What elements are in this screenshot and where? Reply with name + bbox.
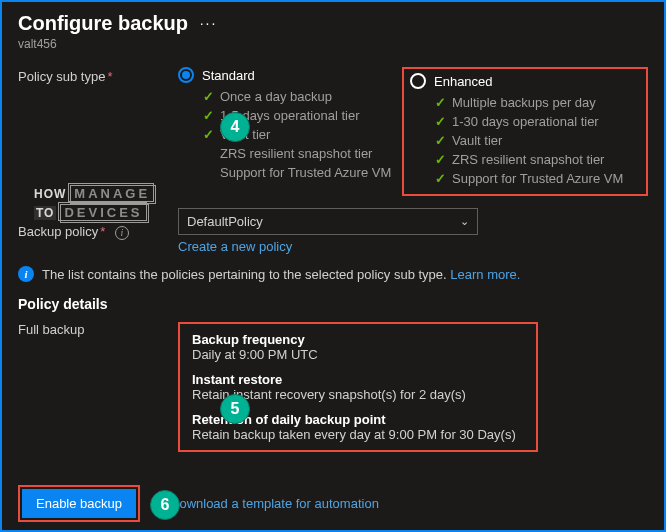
callout-step-5: 5 xyxy=(220,394,250,424)
enable-backup-button[interactable]: Enable backup xyxy=(22,489,136,518)
callout-step-4: 4 xyxy=(220,112,250,142)
check-icon: ✓ xyxy=(434,152,446,167)
learn-more-link[interactable]: Learn more. xyxy=(450,267,520,282)
option-standard-label: Standard xyxy=(202,68,255,83)
full-backup-label: Full backup xyxy=(18,322,178,337)
radio-standard[interactable] xyxy=(178,67,194,83)
info-banner: i The list contains the policies pertain… xyxy=(18,266,648,282)
retention-value: Retain backup taken every day at 9:00 PM… xyxy=(192,427,524,442)
radio-enhanced[interactable] xyxy=(410,73,426,89)
check-icon: ✓ xyxy=(434,114,446,129)
option-standard[interactable]: Standard ✓Once a day backup ✓1-5 days op… xyxy=(178,67,408,196)
instant-restore-heading: Instant restore xyxy=(192,372,524,387)
backup-policy-select[interactable]: DefaultPolicy ⌄ xyxy=(178,208,478,235)
policy-details-box: Backup frequency Daily at 9:00 PM UTC In… xyxy=(178,322,538,452)
option-enhanced-label: Enhanced xyxy=(434,74,493,89)
check-icon: ✓ xyxy=(434,171,446,186)
frequency-heading: Backup frequency xyxy=(192,332,524,347)
breadcrumb: valt456 xyxy=(18,37,648,51)
create-policy-link[interactable]: Create a new policy xyxy=(178,239,292,254)
enable-backup-highlight: Enable backup xyxy=(18,485,140,522)
chevron-down-icon: ⌄ xyxy=(460,215,469,228)
callout-step-6: 6 xyxy=(150,490,180,520)
download-template-link[interactable]: Download a template for automation xyxy=(170,496,379,511)
frequency-value: Daily at 9:00 PM UTC xyxy=(192,347,524,362)
check-icon: ✓ xyxy=(202,127,214,142)
policy-details-heading: Policy details xyxy=(18,296,648,312)
check-icon: ✓ xyxy=(434,133,446,148)
backup-policy-value: DefaultPolicy xyxy=(187,214,263,229)
page-title: Configure backup xyxy=(18,12,188,35)
page-header: Configure backup ··· valt456 xyxy=(2,2,664,57)
info-icon[interactable]: i xyxy=(115,226,129,240)
check-icon: ✓ xyxy=(434,95,446,110)
more-icon[interactable]: ··· xyxy=(200,15,218,31)
check-icon: ✓ xyxy=(202,108,214,123)
option-enhanced[interactable]: Enhanced ✓Multiple backups per day ✓1-30… xyxy=(402,67,648,196)
backup-policy-label: Backup policy* i xyxy=(18,222,178,240)
check-icon: ✓ xyxy=(202,89,214,104)
info-icon: i xyxy=(18,266,34,282)
policy-sub-type-label: Policy sub type* xyxy=(18,67,178,84)
